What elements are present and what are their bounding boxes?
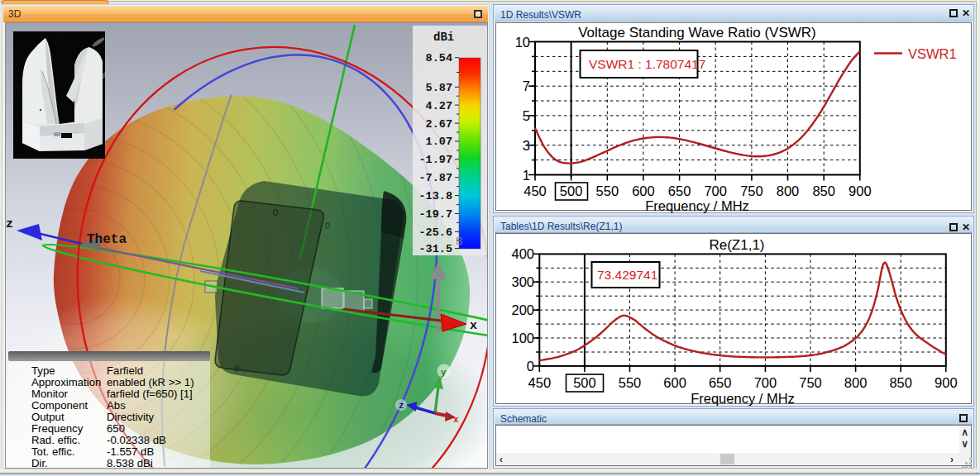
svg-text:y: y: [441, 368, 447, 378]
svg-text:800: 800: [844, 375, 868, 390]
svg-text:farfield (f=650) [1]: farfield (f=650) [1]: [107, 388, 193, 400]
svg-text:900: 900: [935, 375, 958, 390]
svg-text:500: 500: [573, 375, 596, 390]
svg-text:700: 700: [704, 183, 727, 198]
svg-text:300: 300: [511, 274, 534, 289]
svg-text:-7.87: -7.87: [418, 172, 452, 184]
svg-text:8.54: 8.54: [426, 52, 452, 64]
svg-text:900: 900: [849, 183, 872, 198]
svg-text:Approximation: Approximation: [31, 376, 101, 388]
svg-text:z: z: [6, 217, 13, 231]
svg-text:4.27: 4.27: [426, 100, 452, 112]
svg-text:Frequency / MHz: Frequency / MHz: [691, 391, 795, 406]
svg-text:-1.557 dB: -1.557 dB: [107, 445, 154, 458]
svg-text:x: x: [453, 415, 459, 425]
svg-text:3: 3: [523, 138, 530, 153]
svg-text:dBi: dBi: [433, 31, 454, 44]
svg-text:Type: Type: [31, 364, 55, 377]
svg-text:VSWR1: VSWR1: [908, 46, 957, 61]
svg-text:7: 7: [523, 79, 530, 93]
svg-text:Monitor: Monitor: [31, 388, 69, 400]
svg-text:550: 550: [596, 183, 619, 198]
svg-text:Output: Output: [31, 411, 65, 423]
svg-text:z: z: [399, 401, 404, 411]
svg-text:5: 5: [523, 108, 530, 123]
svg-text:400: 400: [511, 246, 534, 261]
svg-text:800: 800: [777, 183, 800, 198]
svg-text:650: 650: [107, 422, 125, 435]
svg-text:550: 550: [619, 375, 642, 390]
svg-text:Tot. effic.: Tot. effic.: [31, 445, 75, 458]
svg-text:73.429741: 73.429741: [597, 268, 657, 282]
svg-text:10: 10: [515, 35, 530, 50]
svg-text:x: x: [470, 319, 477, 333]
svg-text:1: 1: [523, 168, 530, 183]
svg-text:Dir.: Dir.: [31, 457, 48, 469]
svg-text:750: 750: [799, 375, 822, 390]
svg-text:Farfield: Farfield: [107, 364, 143, 377]
svg-text:850: 850: [812, 183, 835, 198]
svg-text:Directivity: Directivity: [107, 411, 155, 423]
svg-text:B: B: [456, 235, 463, 247]
svg-text:650: 650: [668, 183, 691, 198]
svg-text:450: 450: [523, 183, 547, 198]
svg-text:-19.7: -19.7: [418, 208, 452, 221]
svg-text:Voltage Standing Wave Ratio (V: Voltage Standing Wave Ratio (VSWR): [578, 25, 816, 40]
svg-text:Frequency: Frequency: [31, 422, 84, 435]
svg-text:-1.97: -1.97: [418, 154, 452, 166]
svg-text:8.538 dBi: 8.538 dBi: [107, 457, 153, 469]
svg-text:5.87: 5.87: [426, 82, 452, 94]
svg-text:850: 850: [889, 375, 912, 390]
svg-text:2.67: 2.67: [426, 118, 452, 131]
svg-text:450: 450: [528, 375, 552, 390]
svg-text:0: 0: [527, 359, 534, 374]
svg-text:100: 100: [511, 331, 534, 345]
svg-text:500: 500: [560, 183, 583, 198]
svg-text:-25.6: -25.6: [418, 226, 452, 239]
svg-text:-31.5: -31.5: [418, 243, 452, 255]
svg-text:650: 650: [709, 375, 732, 390]
svg-text:600: 600: [663, 375, 686, 390]
svg-text:VSWR1 : 1.7807417: VSWR1 : 1.7807417: [589, 57, 705, 71]
svg-text:Abs: Abs: [107, 399, 126, 412]
svg-text:700: 700: [754, 375, 777, 390]
svg-text:1.07: 1.07: [426, 136, 452, 148]
svg-text:Rad. effic.: Rad. effic.: [31, 434, 80, 446]
svg-text:-13.8: -13.8: [418, 190, 452, 202]
svg-text:Frequency / MHz: Frequency / MHz: [645, 198, 749, 213]
svg-text:Theta: Theta: [87, 232, 127, 247]
svg-text:750: 750: [740, 183, 763, 198]
svg-text:200: 200: [511, 302, 534, 317]
svg-text:-0.02338 dB: -0.02338 dB: [107, 434, 166, 446]
svg-text:Component: Component: [31, 399, 88, 412]
svg-text:600: 600: [632, 183, 655, 198]
svg-text:enabled (kR >> 1): enabled (kR >> 1): [107, 376, 194, 388]
svg-text:Re(Z1,1): Re(Z1,1): [709, 237, 764, 253]
